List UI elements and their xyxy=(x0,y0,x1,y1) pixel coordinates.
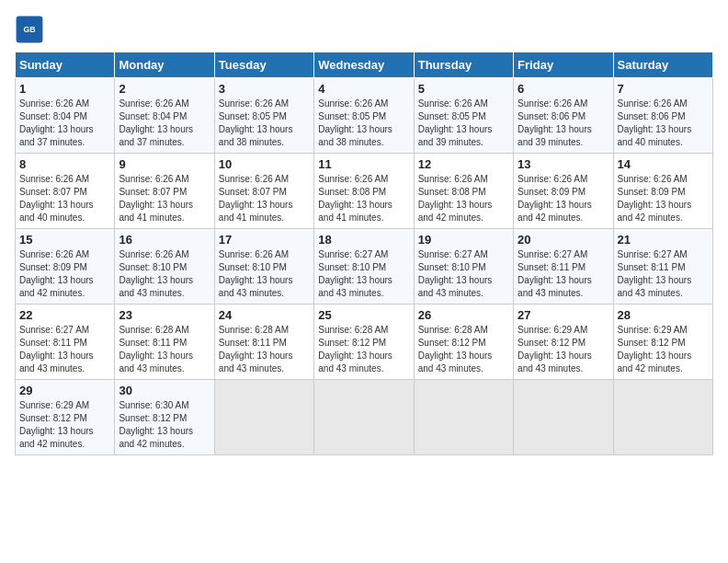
day-cell-8: 8Sunrise: 6:26 AMSunset: 8:07 PMDaylight… xyxy=(16,154,115,229)
day-number: 8 xyxy=(19,157,110,171)
daylight-text: Daylight: 13 hours and 42 minutes. xyxy=(518,200,592,223)
day-cell-12: 12Sunrise: 6:26 AMSunset: 8:08 PMDayligh… xyxy=(414,154,513,229)
day-cell-1: 1Sunrise: 6:26 AMSunset: 8:04 PMDaylight… xyxy=(16,78,115,154)
day-cell-9: 9Sunrise: 6:26 AMSunset: 8:07 PMDaylight… xyxy=(115,154,214,229)
day-cell-5: 5Sunrise: 6:26 AMSunset: 8:05 PMDaylight… xyxy=(414,78,513,154)
sunrise-text: Sunrise: 6:26 AM xyxy=(618,174,688,184)
day-number: 13 xyxy=(518,157,609,171)
daylight-text: Daylight: 13 hours and 43 minutes. xyxy=(219,350,293,373)
sunset-text: Sunset: 8:08 PM xyxy=(418,187,486,197)
day-cell-24: 24Sunrise: 6:28 AMSunset: 8:11 PMDayligh… xyxy=(214,304,313,380)
day-cell-26: 26Sunrise: 6:28 AMSunset: 8:12 PMDayligh… xyxy=(414,304,513,380)
sunset-text: Sunset: 8:05 PM xyxy=(318,111,386,121)
sunset-text: Sunset: 8:12 PM xyxy=(119,413,187,423)
page-header: GB xyxy=(15,15,713,44)
sunset-text: Sunset: 8:12 PM xyxy=(318,338,386,348)
daylight-text: Daylight: 13 hours and 42 minutes. xyxy=(119,426,193,449)
sunset-text: Sunset: 8:08 PM xyxy=(318,187,386,197)
daylight-text: Daylight: 13 hours and 38 minutes. xyxy=(318,124,392,147)
sunset-text: Sunset: 8:06 PM xyxy=(518,111,586,121)
day-header-saturday: Saturday xyxy=(613,52,712,78)
sunrise-text: Sunrise: 6:26 AM xyxy=(518,174,587,184)
sunrise-text: Sunrise: 6:26 AM xyxy=(219,174,289,184)
day-number: 18 xyxy=(318,233,409,247)
logo-icon: GB xyxy=(15,15,44,44)
day-cell-16: 16Sunrise: 6:26 AMSunset: 8:10 PMDayligh… xyxy=(115,229,214,304)
day-cell-4: 4Sunrise: 6:26 AMSunset: 8:05 PMDaylight… xyxy=(314,78,414,154)
sunrise-text: Sunrise: 6:26 AM xyxy=(19,174,89,184)
day-number: 14 xyxy=(618,157,709,171)
sunrise-text: Sunrise: 6:26 AM xyxy=(318,174,388,184)
daylight-text: Daylight: 13 hours and 43 minutes. xyxy=(518,275,592,298)
day-header-tuesday: Tuesday xyxy=(214,52,313,78)
day-number: 19 xyxy=(418,233,509,247)
day-cell-10: 10Sunrise: 6:26 AMSunset: 8:07 PMDayligh… xyxy=(214,154,313,229)
sunrise-text: Sunrise: 6:26 AM xyxy=(119,174,188,184)
sunrise-text: Sunrise: 6:29 AM xyxy=(618,325,688,335)
day-cell-2: 2Sunrise: 6:26 AMSunset: 8:04 PMDaylight… xyxy=(115,78,214,154)
day-cell-7: 7Sunrise: 6:26 AMSunset: 8:06 PMDaylight… xyxy=(613,78,712,154)
sunset-text: Sunset: 8:12 PM xyxy=(618,338,686,348)
day-cell-20: 20Sunrise: 6:27 AMSunset: 8:11 PMDayligh… xyxy=(514,229,613,304)
sunrise-text: Sunrise: 6:27 AM xyxy=(518,249,587,259)
sunrise-text: Sunrise: 6:28 AM xyxy=(418,325,488,335)
day-number: 2 xyxy=(119,82,210,96)
day-cell-14: 14Sunrise: 6:26 AMSunset: 8:09 PMDayligh… xyxy=(613,154,712,229)
daylight-text: Daylight: 13 hours and 42 minutes. xyxy=(418,200,493,223)
day-number: 22 xyxy=(19,308,110,322)
day-header-wednesday: Wednesday xyxy=(314,52,414,78)
daylight-text: Daylight: 13 hours and 41 minutes. xyxy=(318,200,392,223)
empty-cell xyxy=(314,380,414,455)
day-number: 6 xyxy=(518,82,609,96)
sunrise-text: Sunrise: 6:30 AM xyxy=(119,400,188,410)
sunset-text: Sunset: 8:11 PM xyxy=(618,262,686,272)
sunset-text: Sunset: 8:10 PM xyxy=(219,262,287,272)
sunset-text: Sunset: 8:11 PM xyxy=(518,262,586,272)
sunset-text: Sunset: 8:11 PM xyxy=(19,338,87,348)
sunset-text: Sunset: 8:12 PM xyxy=(418,338,486,348)
sunset-text: Sunset: 8:05 PM xyxy=(418,111,486,121)
day-number: 24 xyxy=(219,308,310,322)
day-header-thursday: Thursday xyxy=(414,52,513,78)
sunrise-text: Sunrise: 6:27 AM xyxy=(19,325,89,335)
sunrise-text: Sunrise: 6:26 AM xyxy=(219,249,289,259)
sunrise-text: Sunrise: 6:26 AM xyxy=(119,249,188,259)
sunrise-text: Sunrise: 6:26 AM xyxy=(119,98,188,109)
daylight-text: Daylight: 13 hours and 43 minutes. xyxy=(618,275,692,298)
day-cell-3: 3Sunrise: 6:26 AMSunset: 8:05 PMDaylight… xyxy=(214,78,313,154)
sunset-text: Sunset: 8:10 PM xyxy=(418,262,486,272)
daylight-text: Daylight: 13 hours and 43 minutes. xyxy=(19,350,94,373)
day-number: 30 xyxy=(119,384,210,397)
day-cell-17: 17Sunrise: 6:26 AMSunset: 8:10 PMDayligh… xyxy=(214,229,313,304)
day-cell-21: 21Sunrise: 6:27 AMSunset: 8:11 PMDayligh… xyxy=(613,229,712,304)
day-number: 27 xyxy=(518,308,609,322)
sunrise-text: Sunrise: 6:28 AM xyxy=(219,325,289,335)
sunset-text: Sunset: 8:12 PM xyxy=(518,338,586,348)
calendar-week-2: 8Sunrise: 6:26 AMSunset: 8:07 PMDaylight… xyxy=(16,154,713,229)
day-cell-29: 29Sunrise: 6:29 AMSunset: 8:12 PMDayligh… xyxy=(16,380,115,455)
day-number: 12 xyxy=(418,157,509,171)
day-cell-18: 18Sunrise: 6:27 AMSunset: 8:10 PMDayligh… xyxy=(314,229,414,304)
daylight-text: Daylight: 13 hours and 37 minutes. xyxy=(19,124,94,147)
daylight-text: Daylight: 13 hours and 40 minutes. xyxy=(618,124,692,147)
sunrise-text: Sunrise: 6:28 AM xyxy=(119,325,188,335)
day-number: 23 xyxy=(119,308,210,322)
sunset-text: Sunset: 8:11 PM xyxy=(119,338,187,348)
sunrise-text: Sunrise: 6:26 AM xyxy=(318,98,388,109)
daylight-text: Daylight: 13 hours and 40 minutes. xyxy=(19,200,94,223)
sunset-text: Sunset: 8:10 PM xyxy=(119,262,187,272)
day-header-friday: Friday xyxy=(514,52,613,78)
sunset-text: Sunset: 8:09 PM xyxy=(518,187,586,197)
daylight-text: Daylight: 13 hours and 43 minutes. xyxy=(318,275,392,298)
daylight-text: Daylight: 13 hours and 39 minutes. xyxy=(418,124,493,147)
day-number: 1 xyxy=(19,82,110,96)
sunrise-text: Sunrise: 6:26 AM xyxy=(418,174,488,184)
day-number: 11 xyxy=(318,157,409,171)
sunrise-text: Sunrise: 6:26 AM xyxy=(418,98,488,109)
calendar-header-row: SundayMondayTuesdayWednesdayThursdayFrid… xyxy=(16,52,713,78)
daylight-text: Daylight: 13 hours and 43 minutes. xyxy=(518,350,592,373)
daylight-text: Daylight: 13 hours and 41 minutes. xyxy=(219,200,293,223)
svg-text:GB: GB xyxy=(23,25,35,34)
calendar-body: 1Sunrise: 6:26 AMSunset: 8:04 PMDaylight… xyxy=(16,78,713,455)
day-cell-6: 6Sunrise: 6:26 AMSunset: 8:06 PMDaylight… xyxy=(514,78,613,154)
